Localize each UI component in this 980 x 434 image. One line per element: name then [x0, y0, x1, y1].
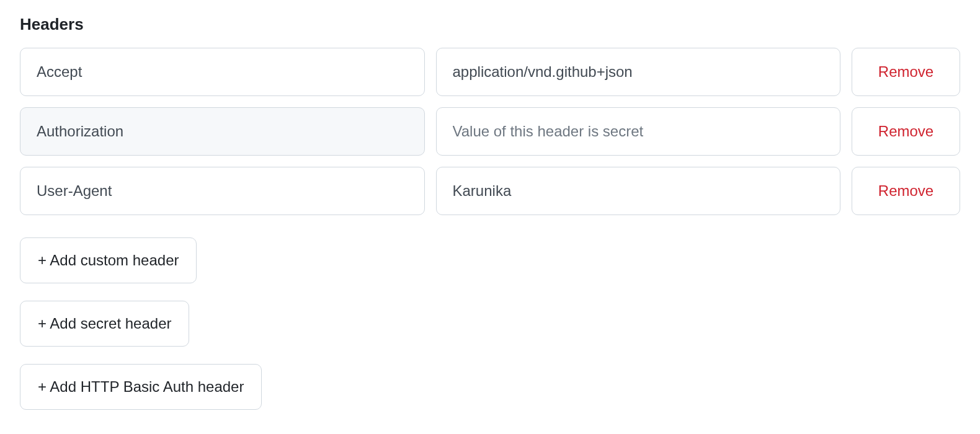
headers-list: Remove Remove Remove — [20, 48, 960, 215]
add-secret-header-button[interactable]: + Add secret header — [20, 301, 189, 347]
header-value-input[interactable] — [436, 107, 841, 156]
remove-header-button[interactable]: Remove — [852, 48, 960, 96]
add-basic-auth-header-button[interactable]: + Add HTTP Basic Auth header — [20, 364, 262, 410]
header-name-input[interactable] — [20, 48, 425, 96]
header-value-input[interactable] — [436, 48, 841, 96]
header-row: Remove — [20, 167, 960, 215]
remove-header-button[interactable]: Remove — [852, 107, 960, 156]
header-name-input[interactable] — [20, 107, 425, 156]
headers-section-title: Headers — [20, 15, 960, 34]
remove-header-button[interactable]: Remove — [852, 167, 960, 215]
add-custom-header-button[interactable]: + Add custom header — [20, 237, 197, 283]
add-buttons-group: + Add custom header + Add secret header … — [20, 237, 960, 410]
header-value-input[interactable] — [436, 167, 841, 215]
header-row: Remove — [20, 48, 960, 96]
header-row: Remove — [20, 107, 960, 156]
header-name-input[interactable] — [20, 167, 425, 215]
